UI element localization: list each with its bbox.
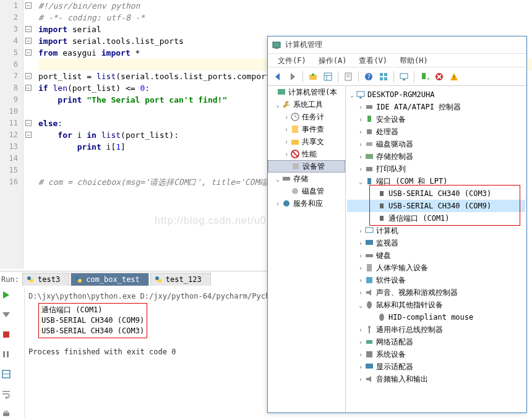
forward-icon[interactable] <box>286 70 299 83</box>
run-tab-test_123[interactable]: test_123 <box>150 273 211 286</box>
device-键盘[interactable]: ›键盘 <box>347 249 525 262</box>
printq-icon <box>364 164 374 174</box>
computer-management-window: 计算机管理 文件(F)操作(A)查看(V)帮助(H) ? + ! 计算机管理(本… <box>267 36 527 413</box>
plug-warn-icon[interactable]: ! <box>448 70 460 83</box>
device-鼠标和其他指针设备[interactable]: ⌄鼠标和其他指针设备 <box>347 299 525 311</box>
device-处理器[interactable]: ›处理器 <box>347 126 525 138</box>
left-tree-磁盘管[interactable]: 磁盘管 <box>268 185 345 197</box>
fold-marker[interactable]: − <box>25 132 32 138</box>
device-系统设备[interactable]: ›系统设备 <box>347 348 525 360</box>
svg-rect-68 <box>380 203 384 208</box>
com-icon <box>377 213 387 223</box>
fold-marker[interactable]: − <box>25 2 32 9</box>
left-tree-任务计[interactable]: ›任务计 <box>268 111 345 123</box>
device-HID-compliant mouse[interactable]: HID-compliant mouse <box>347 311 525 323</box>
left-tree-设备管[interactable]: 设备管 <box>268 160 345 173</box>
device-人体学输入设备[interactable]: ›人体学输入设备 <box>347 262 525 274</box>
device-DESKTOP-RGM2UHA[interactable]: ⌄DESKTOP-RGM2UHA <box>347 88 525 101</box>
mgmt-icon <box>277 87 286 97</box>
menu-操作(A)[interactable]: 操作(A) <box>312 54 353 68</box>
device-安全设备[interactable]: ›安全设备 <box>347 113 525 126</box>
menu-查看(V)[interactable]: 查看(V) <box>353 54 393 68</box>
run-print-icon[interactable] <box>1 409 14 418</box>
device-计算机[interactable]: ›计算机 <box>347 224 525 237</box>
device-软件设备[interactable]: ›软件设备 <box>347 274 525 286</box>
device-打印队列[interactable]: ›打印队列 <box>347 163 525 175</box>
net-icon <box>364 337 374 347</box>
device-音频输入和输出[interactable]: ›音频输入和输出 <box>347 373 525 385</box>
left-tree-系统工具[interactable]: ⌄系统工具 <box>268 98 345 111</box>
run-tabs: test3com_box_testtest_123 <box>22 273 211 286</box>
fold-marker[interactable]: − <box>25 49 32 56</box>
help-icon[interactable]: ? <box>363 70 375 83</box>
svg-point-57 <box>283 200 290 207</box>
svg-marker-24 <box>311 73 315 75</box>
run-down-icon[interactable] <box>1 310 14 322</box>
svg-rect-72 <box>366 254 373 257</box>
left-tree-服务和应[interactable]: ›服务和应 <box>268 197 345 210</box>
svg-rect-23 <box>309 75 317 80</box>
device-声音、视频和游戏控制器[interactable]: ›声音、视频和游戏控制器 <box>347 286 525 299</box>
code-line-1[interactable]: #!/usr/bin/env python <box>38 0 532 12</box>
audioin-icon <box>364 374 374 384</box>
fold-marker[interactable]: − <box>25 85 32 91</box>
svg-rect-59 <box>359 97 362 98</box>
run-play-icon[interactable] <box>1 290 14 302</box>
menu-帮助(H)[interactable]: 帮助(H) <box>393 54 434 68</box>
left-tree-性能[interactable]: ›性能 <box>268 148 345 160</box>
svg-text:?: ? <box>367 74 371 80</box>
device-通用串行总线控制器[interactable]: ›通用串行总线控制器 <box>347 323 525 336</box>
monitor-icon[interactable] <box>398 70 410 83</box>
left-tree-存储[interactable]: ⌄存储 <box>268 173 345 185</box>
device-网络适配器[interactable]: ›网络适配器 <box>347 336 525 348</box>
device-监视器[interactable]: ›监视器 <box>347 237 525 249</box>
up-folder-icon[interactable] <box>307 70 319 83</box>
svg-rect-8 <box>3 331 9 338</box>
mouse-icon <box>364 300 374 310</box>
svg-marker-6 <box>3 291 9 299</box>
device-USB-SERIAL CH340 (COM9)[interactable]: USB-SERIAL CH340 (COM9) <box>347 200 525 212</box>
back-icon[interactable] <box>272 70 284 83</box>
console-output[interactable]: D:\jxy\python\python.exe D:/jxy/python-6… <box>25 288 272 418</box>
device-磁盘驱动器[interactable]: ›磁盘驱动器 <box>347 138 525 150</box>
menu-文件(F)[interactable]: 文件(F) <box>272 54 312 68</box>
cm-left-tree[interactable]: 计算机管理(本⌄系统工具›任务计›事件查›共享文›性能设备管⌄存储磁盘管›服务和… <box>268 86 346 412</box>
view-icon[interactable] <box>322 70 334 83</box>
grid-icon[interactable] <box>377 70 390 83</box>
run-panel: Run: test3com_box_testtest_123 ? D:\jxy\… <box>0 271 272 418</box>
svg-rect-35 <box>380 77 383 80</box>
ide-icon <box>364 102 374 112</box>
device-USB-SERIAL CH340 (COM3)[interactable]: USB-SERIAL CH340 (COM3) <box>347 187 525 200</box>
code-line-2[interactable]: # -*- coding: utf-8 -* <box>38 12 532 23</box>
plug-remove-icon[interactable] <box>433 70 445 83</box>
left-tree-计算机管理(本[interactable]: 计算机管理(本 <box>268 86 345 98</box>
device-显示适配器[interactable]: ›显示适配器 <box>347 360 525 373</box>
run-pause-icon[interactable] <box>1 349 14 362</box>
run-tab-com_box_test[interactable]: com_box_test <box>71 273 149 286</box>
svg-point-78 <box>368 326 371 328</box>
plug-add-icon[interactable]: + <box>418 70 431 83</box>
svg-rect-9 <box>3 351 5 357</box>
svg-marker-22 <box>291 73 295 80</box>
fold-marker[interactable]: − <box>25 38 32 44</box>
run-tab-test3[interactable]: test3 <box>22 273 69 286</box>
svg-point-77 <box>379 314 384 321</box>
properties-icon[interactable] <box>342 70 354 83</box>
device-存储控制器[interactable]: ›存储控制器 <box>347 150 525 163</box>
run-stop-icon[interactable] <box>1 330 14 342</box>
run-layout-icon[interactable] <box>1 369 14 382</box>
svg-rect-64 <box>366 154 373 159</box>
fold-marker[interactable]: − <box>25 120 32 126</box>
run-wrap-icon[interactable] <box>1 389 14 401</box>
device-IDE ATA/ATAPI 控制器[interactable]: ›IDE ATA/ATAPI 控制器 <box>347 101 525 113</box>
device-通信端口 (COM1)[interactable]: 通信端口 (COM1) <box>347 212 525 224</box>
code-line-3[interactable]: import serial <box>38 23 532 35</box>
left-tree-事件查[interactable]: ›事件查 <box>268 123 345 135</box>
fold-marker[interactable]: − <box>25 26 32 32</box>
svg-point-3 <box>78 279 82 283</box>
device-tree[interactable]: ⌄DESKTOP-RGM2UHA›IDE ATA/ATAPI 控制器›安全设备›… <box>346 86 526 412</box>
device-端口 (COM 和 LPT)[interactable]: ⌄端口 (COM 和 LPT) <box>347 175 525 187</box>
soft-icon <box>364 275 374 285</box>
fold-marker[interactable]: − <box>25 73 32 79</box>
left-tree-共享文[interactable]: ›共享文 <box>268 135 345 148</box>
